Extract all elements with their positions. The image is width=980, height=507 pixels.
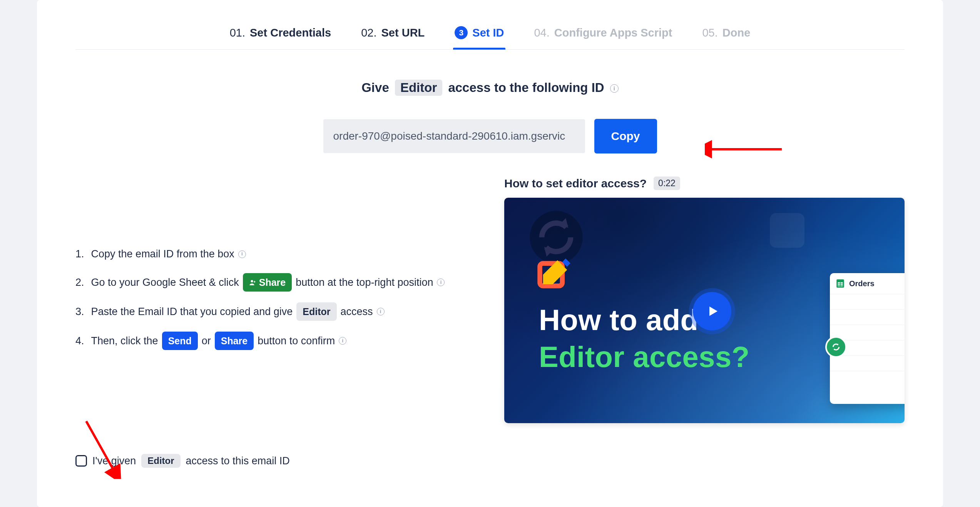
step-number: 04.: [534, 27, 549, 39]
instruction-text: or: [202, 333, 211, 349]
wizard-card: 01. Set Credentials 02. Set URL 3 Set ID…: [37, 0, 943, 507]
step-number: 01.: [230, 27, 245, 39]
confirm-checkbox[interactable]: [75, 455, 87, 467]
instruction-item-2: Go to your Google Sheet & click Share bu…: [75, 273, 485, 292]
svg-point-1: [251, 280, 253, 282]
decor-square: [770, 213, 804, 248]
sync-badge: [825, 336, 847, 358]
video-title: How to set editor access?: [504, 177, 647, 190]
instruction-text: Copy the email ID from the box: [91, 246, 234, 262]
step-done: 05. Done: [701, 19, 752, 49]
play-button[interactable]: [693, 292, 731, 330]
edit-icon: [535, 255, 574, 294]
info-icon[interactable]: i: [339, 337, 346, 345]
share-chip-green: Share: [243, 273, 292, 292]
step-label: Set Credentials: [250, 27, 331, 39]
id-row: Copy: [75, 119, 905, 153]
annotation-arrow-checkbox: [82, 417, 129, 479]
step-label: Configure Apps Script: [554, 27, 672, 39]
step-number: 05.: [702, 27, 717, 39]
section-heading: Give Editor access to the following ID i: [75, 80, 905, 96]
step-configure-apps-script: 04. Configure Apps Script: [532, 19, 674, 49]
step-set-id[interactable]: 3 Set ID: [453, 19, 505, 49]
instruction-text: access: [341, 304, 373, 320]
instruction-text: Go to your Google Sheet & click: [91, 274, 239, 291]
editor-chip-small: Editor: [141, 454, 180, 468]
confirm-row: I've given Editor access to this email I…: [75, 454, 905, 468]
instruction-text: button at the top-right position: [296, 274, 433, 291]
video-overlay-line2: Editor access?: [539, 340, 750, 374]
instruction-item-4: Then, click the Send or Share button to …: [75, 332, 485, 350]
sheet-name: Orders: [849, 279, 875, 288]
heading-prefix: Give: [361, 80, 389, 95]
send-chip: Send: [162, 332, 198, 350]
confirm-suffix: access to this email ID: [186, 455, 290, 467]
share-chip-blue: Share: [215, 332, 254, 350]
video-duration: 0:22: [654, 177, 680, 190]
instruction-text: Then, click the: [91, 333, 158, 349]
info-icon[interactable]: i: [610, 84, 619, 93]
service-account-id-input[interactable]: [323, 119, 585, 153]
active-step-circle: 3: [455, 26, 468, 39]
instruction-list: Copy the email ID from the box i Go to y…: [75, 246, 485, 350]
info-icon[interactable]: i: [437, 279, 445, 286]
copy-button[interactable]: Copy: [594, 119, 657, 153]
google-sheets-icon: [835, 279, 845, 289]
step-label: Set ID: [472, 27, 504, 39]
editor-chip: Editor: [395, 80, 442, 96]
info-icon[interactable]: i: [238, 250, 246, 258]
heading-suffix: access to the following ID: [448, 80, 604, 95]
confirm-prefix: I've given: [92, 455, 136, 467]
instructions-column: Copy the email ID from the box i Go to y…: [75, 177, 485, 361]
instruction-text: Paste the Email ID that you copied and g…: [91, 304, 293, 320]
user-plus-icon: [249, 279, 256, 286]
video-thumbnail[interactable]: How to add Editor access?: [504, 198, 905, 423]
info-icon[interactable]: i: [377, 308, 385, 315]
wizard-stepper: 01. Set Credentials 02. Set URL 3 Set ID…: [75, 19, 905, 50]
step-number: 02.: [361, 27, 376, 39]
sync-small-icon: [830, 341, 842, 353]
instruction-text: button to confirm: [258, 333, 335, 349]
video-title-row: How to set editor access? 0:22: [504, 177, 905, 190]
chip-label: Share: [259, 275, 286, 290]
editor-chip-small: Editor: [296, 302, 336, 321]
video-overlay-line1: How to add: [539, 303, 699, 337]
instruction-item-1: Copy the email ID from the box i: [75, 246, 485, 262]
content-columns: Copy the email ID from the box i Go to y…: [75, 177, 905, 423]
step-label: Set URL: [381, 27, 425, 39]
step-set-credentials[interactable]: 01. Set Credentials: [228, 19, 333, 49]
instruction-item-3: Paste the Email ID that you copied and g…: [75, 302, 485, 321]
play-icon: [704, 303, 720, 319]
step-set-url[interactable]: 02. Set URL: [360, 19, 426, 49]
video-column: How to set editor access? 0:22: [504, 177, 905, 423]
step-label: Done: [722, 27, 751, 39]
